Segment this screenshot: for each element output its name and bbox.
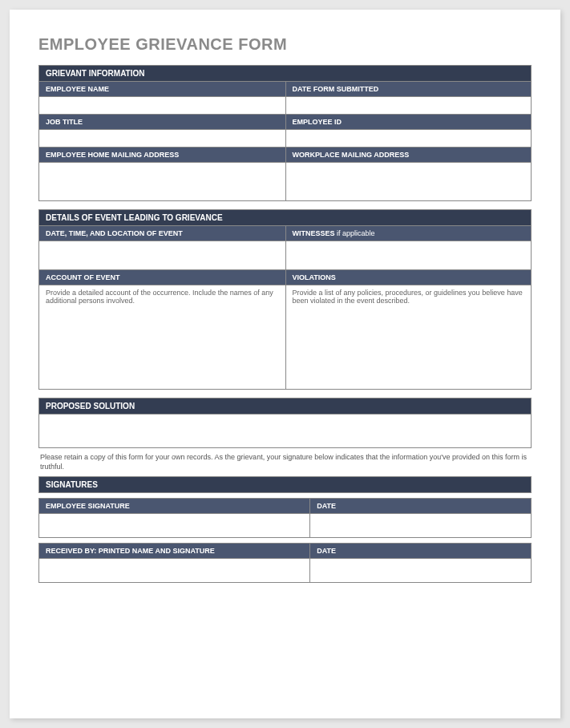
label-employee-name: EMPLOYEE NAME (38, 82, 285, 97)
disclaimer-note: Please retain a copy of this form for yo… (38, 448, 532, 476)
label-date-time-location: DATE, TIME, AND LOCATION OF EVENT (38, 226, 285, 241)
input-received-date[interactable] (309, 559, 532, 583)
label-employee-id: EMPLOYEE ID (285, 115, 532, 130)
label-date-submitted: DATE FORM SUBMITTED (285, 82, 532, 97)
row-received-by: RECEIVED BY: PRINTED NAME AND SIGNATURE … (38, 543, 532, 559)
label-employee-signature: EMPLOYEE SIGNATURE (38, 498, 309, 514)
input-signature-date[interactable] (309, 514, 532, 538)
input-employee-name[interactable] (38, 97, 285, 115)
row-employee-name-date: EMPLOYEE NAME DATE FORM SUBMITTED (38, 82, 532, 97)
input-violations[interactable]: Provide a list of any policies, procedur… (285, 285, 532, 390)
label-home-address: EMPLOYEE HOME MAILING ADDRESS (38, 148, 285, 163)
input-proposed-solution[interactable] (38, 415, 532, 448)
label-received-by: RECEIVED BY: PRINTED NAME AND SIGNATURE (38, 543, 309, 559)
input-date-submitted[interactable] (285, 97, 532, 115)
label-received-date: DATE (309, 543, 532, 559)
section-header-signatures: SIGNATURES (38, 476, 532, 493)
label-violations: VIOLATIONS (285, 270, 532, 285)
label-signature-date: DATE (309, 498, 532, 514)
row-account-violations: ACCOUNT OF EVENT VIOLATIONS (38, 270, 532, 285)
form-title: EMPLOYEE GRIEVANCE FORM (38, 35, 532, 54)
input-received-by[interactable] (38, 559, 309, 583)
label-witnesses: WITNESSES if applicable (285, 226, 532, 241)
value-row-jobtitle-empid (38, 130, 532, 148)
label-job-title: JOB TITLE (38, 115, 285, 130)
value-row-datetime-witnesses (38, 241, 532, 270)
value-row-received-by (38, 559, 532, 583)
input-workplace-address[interactable] (285, 163, 532, 201)
row-employee-signature: EMPLOYEE SIGNATURE DATE (38, 498, 532, 514)
section-header-proposed: PROPOSED SOLUTION (38, 398, 532, 415)
section-header-details: DETAILS OF EVENT LEADING TO GRIEVANCE (38, 209, 532, 226)
input-date-time-location[interactable] (38, 241, 285, 270)
section-header-grievant: GRIEVANT INFORMATION (38, 65, 532, 82)
label-workplace-address: WORKPLACE MAILING ADDRESS (285, 148, 532, 163)
row-jobtitle-empid: JOB TITLE EMPLOYEE ID (38, 115, 532, 130)
value-row-employee-name-date (38, 97, 532, 115)
row-addresses: EMPLOYEE HOME MAILING ADDRESS WORKPLACE … (38, 148, 532, 163)
input-employee-signature[interactable] (38, 514, 309, 538)
value-row-employee-signature (38, 514, 532, 538)
value-row-account-violations: Provide a detailed account of the occurr… (38, 285, 532, 390)
row-datetime-witnesses: DATE, TIME, AND LOCATION OF EVENT WITNES… (38, 226, 532, 241)
input-job-title[interactable] (38, 130, 285, 148)
input-account-of-event[interactable]: Provide a detailed account of the occurr… (38, 285, 285, 390)
form-page: EMPLOYEE GRIEVANCE FORM GRIEVANT INFORMA… (10, 10, 560, 718)
label-account-of-event: ACCOUNT OF EVENT (38, 270, 285, 285)
input-home-address[interactable] (38, 163, 285, 201)
input-employee-id[interactable] (285, 130, 532, 148)
input-witnesses[interactable] (285, 241, 532, 270)
value-row-addresses (38, 163, 532, 201)
